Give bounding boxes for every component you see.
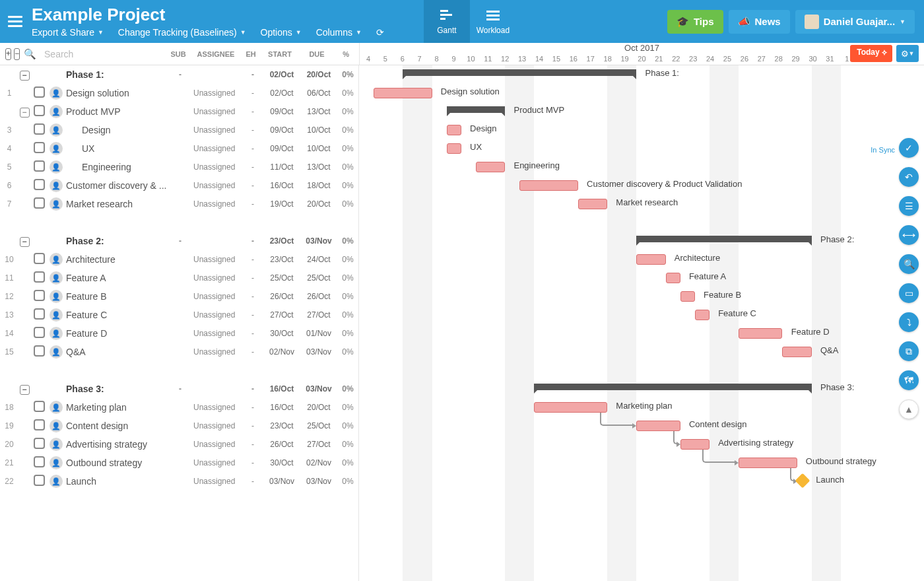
cell-assignee[interactable]: Unassigned: [193, 477, 242, 486]
task-checkbox[interactable]: [34, 197, 45, 209]
task-row[interactable]: 14 👤Feature D Unassigned - 30/Oct 01/Nov…: [0, 324, 358, 343]
task-name[interactable]: Design: [65, 125, 167, 135]
gantt-row[interactable]: Product MVP: [359, 102, 924, 121]
phase-row[interactable]: −Phase 2: - - 23/Oct 03/Nov 0%: [0, 232, 358, 250]
assignee-icon[interactable]: 👤: [50, 438, 63, 451]
task-name[interactable]: Design solution: [65, 88, 167, 98]
task-row[interactable]: 19 👤Content design Unassigned - 23/Oct 2…: [0, 417, 358, 435]
task-row[interactable]: 18 👤Marketing plan Unassigned - 16/Oct 2…: [0, 398, 358, 417]
cell-assignee[interactable]: Unassigned: [193, 329, 242, 338]
cell-assignee[interactable]: Unassigned: [193, 162, 242, 172]
assignee-icon[interactable]: 👤: [50, 419, 63, 432]
cell-assignee[interactable]: Unassigned: [193, 255, 242, 264]
task-row[interactable]: 11 👤Feature A Unassigned - 25/Oct 25/Oct…: [0, 269, 358, 287]
gantt-row[interactable]: Customer discovery & Product Validation: [359, 176, 924, 195]
collapse-icon[interactable]: −: [20, 385, 30, 395]
cell-assignee[interactable]: Unassigned: [193, 310, 242, 320]
task-row[interactable]: 15 👤Q&A Unassigned - 02/Nov 03/Nov 0%: [0, 343, 358, 361]
ruler-icon[interactable]: ⟷: [899, 225, 919, 245]
assignee-icon[interactable]: 👤: [50, 160, 63, 174]
task-checkbox[interactable]: [34, 160, 45, 172]
gantt-row[interactable]: UX: [359, 139, 924, 158]
user-menu[interactable]: Daniel Guajar...▼: [795, 10, 915, 34]
col-pct[interactable]: %: [335, 50, 356, 58]
gantt-row[interactable]: Feature C: [359, 306, 924, 324]
col-sub[interactable]: SUB: [165, 50, 191, 58]
task-bar[interactable]: [739, 458, 797, 468]
search-input[interactable]: [42, 48, 162, 61]
task-name[interactable]: Feature B: [65, 291, 167, 302]
task-bar[interactable]: [519, 180, 578, 191]
gantt-row[interactable]: Outbound strategy: [359, 454, 924, 472]
assignee-icon[interactable]: 👤: [50, 475, 63, 488]
zoom-icon[interactable]: 🔍: [899, 254, 919, 274]
task-row[interactable]: 12 👤Feature B Unassigned - 26/Oct 26/Oct…: [0, 287, 358, 306]
task-name[interactable]: Q&A: [65, 347, 167, 357]
task-name[interactable]: Feature C: [65, 310, 167, 320]
task-bar[interactable]: [680, 439, 710, 450]
col-start[interactable]: START: [261, 50, 298, 58]
route-icon[interactable]: ⤵: [899, 312, 919, 332]
task-name[interactable]: Feature D: [65, 328, 167, 339]
task-checkbox[interactable]: [34, 419, 45, 430]
task-name[interactable]: Phase 3:: [65, 384, 167, 394]
gantt-row[interactable]: Phase 3:: [359, 380, 924, 398]
undo-icon[interactable]: ↶: [899, 167, 919, 187]
copy-icon[interactable]: ⧉: [899, 341, 919, 361]
col-eh[interactable]: EH: [240, 50, 261, 58]
cell-assignee[interactable]: Unassigned: [193, 125, 242, 135]
task-bar[interactable]: [447, 125, 461, 135]
task-checkbox[interactable]: [34, 401, 45, 412]
settings-button[interactable]: ⚙ ▼: [896, 45, 919, 62]
gantt-row[interactable]: Q&A: [359, 343, 924, 361]
task-checkbox[interactable]: [34, 142, 45, 153]
task-checkbox[interactable]: [34, 456, 45, 467]
task-row[interactable]: 13 👤Feature C Unassigned - 27/Oct 27/Oct…: [0, 306, 358, 324]
tab-workload[interactable]: Workload: [470, 0, 516, 43]
task-bar[interactable]: [476, 162, 505, 172]
task-row[interactable]: 22 👤Launch Unassigned - 03/Nov 03/Nov 0%: [0, 472, 358, 491]
task-checkbox[interactable]: [34, 179, 45, 190]
cell-assignee[interactable]: Unassigned: [193, 403, 242, 412]
task-checkbox[interactable]: [34, 86, 45, 98]
task-name[interactable]: Customer discovery & ...: [65, 180, 167, 191]
task-bar[interactable]: [739, 328, 782, 339]
collapse-icon[interactable]: −: [20, 108, 30, 118]
gantt-chart[interactable]: Phase 1:Design solutionProduct MVPDesign…: [359, 65, 924, 581]
task-name[interactable]: Architecture: [65, 254, 167, 265]
task-name[interactable]: Feature A: [65, 273, 167, 283]
task-bar[interactable]: [666, 273, 680, 283]
task-checkbox[interactable]: [34, 105, 45, 116]
gantt-row[interactable]: Marketing plan: [359, 398, 924, 417]
assignee-icon[interactable]: 👤: [50, 271, 63, 285]
task-row[interactable]: 7 👤Market research Unassigned - 19/Oct 2…: [0, 195, 358, 213]
sort-icon[interactable]: ☰: [899, 196, 919, 216]
gantt-row[interactable]: Architecture: [359, 250, 924, 269]
assignee-icon[interactable]: 👤: [50, 142, 63, 155]
cell-assignee[interactable]: Unassigned: [193, 144, 242, 153]
assignee-icon[interactable]: 👤: [50, 290, 63, 303]
gantt-row[interactable]: Launch: [359, 472, 924, 491]
gantt-row[interactable]: Feature D: [359, 324, 924, 343]
gantt-row[interactable]: Phase 1:: [359, 65, 924, 84]
task-bar[interactable]: [782, 347, 811, 357]
task-bar[interactable]: [374, 88, 432, 98]
task-bar[interactable]: [636, 421, 680, 431]
assignee-icon[interactable]: 👤: [50, 197, 63, 211]
collapse-icon[interactable]: −: [20, 71, 30, 81]
cell-assignee[interactable]: Unassigned: [193, 181, 242, 190]
task-name[interactable]: Marketing plan: [65, 402, 167, 413]
today-button[interactable]: Today ⟡: [850, 45, 892, 62]
task-row[interactable]: − 👤Product MVP Unassigned - 09/Oct 13/Oc…: [0, 102, 358, 121]
assignee-icon[interactable]: 👤: [50, 123, 63, 137]
task-name[interactable]: Market research: [65, 199, 167, 209]
task-checkbox[interactable]: [34, 327, 45, 338]
assignee-icon[interactable]: 👤: [50, 86, 63, 100]
task-checkbox[interactable]: [34, 290, 45, 301]
refresh-icon[interactable]: ⟳: [376, 27, 384, 38]
task-checkbox[interactable]: [34, 271, 45, 283]
task-name[interactable]: Product MVP: [65, 106, 167, 117]
task-row[interactable]: 6 👤Customer discovery & ... Unassigned -…: [0, 176, 358, 195]
cell-assignee[interactable]: Unassigned: [193, 273, 242, 283]
add-button[interactable]: +: [5, 48, 11, 60]
